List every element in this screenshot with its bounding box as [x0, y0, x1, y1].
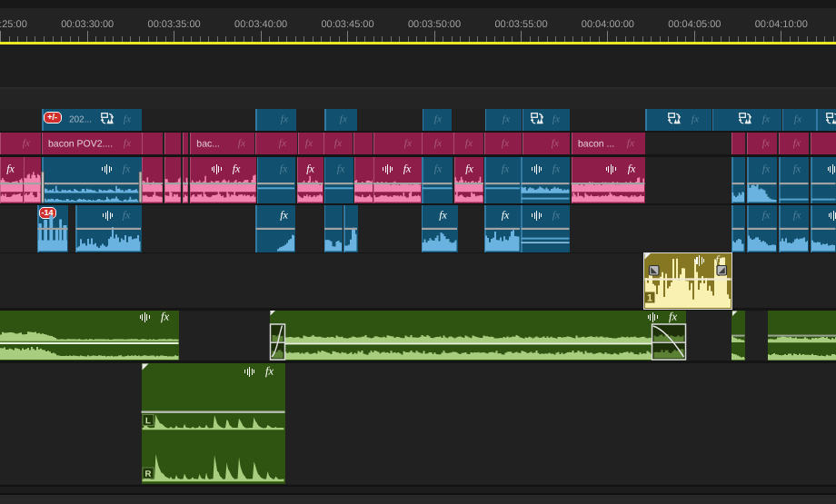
- svg-text:fx: fx: [123, 162, 131, 174]
- svg-text:fx: fx: [23, 138, 31, 149]
- svg-text:fx: fx: [124, 138, 132, 149]
- svg-text:fx: fx: [503, 114, 511, 124]
- svg-text:00:03:40:00: 00:03:40:00: [234, 19, 287, 30]
- svg-text:fx: fx: [762, 162, 771, 174]
- svg-text:fx: fx: [337, 162, 345, 174]
- svg-text:fx: fx: [124, 114, 132, 124]
- svg-text:bacon ...: bacon ...: [578, 139, 614, 150]
- svg-text:00:03:45:00: 00:03:45:00: [321, 19, 373, 30]
- svg-text:00:04:00:00: 00:04:00:00: [582, 19, 634, 30]
- svg-text:fx: fx: [6, 162, 15, 174]
- svg-text:fx: fx: [434, 138, 443, 149]
- svg-text:fx: fx: [404, 138, 413, 149]
- svg-text:fx: fx: [762, 208, 771, 221]
- svg-text:fx: fx: [233, 162, 241, 174]
- svg-text:fx: fx: [306, 162, 314, 174]
- svg-text:fx: fx: [434, 114, 443, 124]
- svg-text:fx: fx: [465, 162, 473, 174]
- svg-text:fx: fx: [279, 138, 287, 149]
- svg-text:fx: fx: [793, 208, 801, 221]
- svg-text:fx: fx: [793, 138, 801, 149]
- svg-text:R: R: [145, 469, 152, 479]
- svg-text:00:03:30:00: 00:03:30:00: [61, 19, 114, 30]
- svg-text:fx: fx: [123, 208, 131, 221]
- svg-text:fx: fx: [502, 162, 510, 174]
- svg-text:fx: fx: [403, 162, 412, 174]
- svg-text:fx: fx: [502, 208, 510, 221]
- svg-text:202...: 202...: [69, 115, 92, 125]
- svg-text:fx: fx: [552, 114, 561, 124]
- svg-text:fx: fx: [334, 138, 343, 149]
- svg-text:fx: fx: [439, 208, 447, 221]
- svg-text:fx: fx: [552, 138, 560, 149]
- svg-text:L: L: [145, 416, 151, 426]
- svg-text:fx: fx: [627, 138, 635, 149]
- svg-text:fx: fx: [280, 162, 288, 174]
- svg-text:fx: fx: [465, 138, 473, 149]
- svg-text:fx: fx: [762, 114, 771, 124]
- svg-text:fx: fx: [281, 114, 289, 124]
- svg-text:fx: fx: [794, 114, 802, 124]
- svg-text:fx: fx: [628, 162, 636, 174]
- svg-text:00:03:50:00: 00:03:50:00: [408, 19, 461, 30]
- svg-text:fx: fx: [793, 162, 801, 174]
- svg-text:fx: fx: [692, 114, 700, 124]
- svg-text:bacon POV2....: bacon POV2....: [48, 139, 113, 150]
- svg-text:fx: fx: [340, 114, 348, 124]
- svg-text:fx: fx: [434, 162, 443, 174]
- svg-text:00:03:55:00: 00:03:55:00: [494, 19, 547, 30]
- svg-text:fx: fx: [762, 138, 771, 149]
- svg-text:fx: fx: [161, 310, 169, 322]
- svg-text:fx: fx: [280, 208, 288, 221]
- svg-text:00:04:10:00: 00:04:10:00: [755, 19, 808, 30]
- svg-text:fx: fx: [238, 138, 246, 149]
- svg-text:00:03:25:00: 00:03:25:00: [0, 19, 27, 30]
- svg-text:00:04:05:00: 00:04:05:00: [668, 19, 721, 30]
- svg-text:fx: fx: [502, 138, 510, 149]
- svg-text:fx: fx: [305, 138, 314, 149]
- svg-text:1: 1: [647, 292, 652, 303]
- svg-text:bac...: bac...: [196, 139, 220, 150]
- svg-text:00:03:35:00: 00:03:35:00: [148, 19, 201, 30]
- svg-text:fx: fx: [552, 162, 561, 174]
- svg-text:fx: fx: [669, 310, 677, 322]
- svg-text:fx: fx: [265, 364, 274, 377]
- svg-text:fx: fx: [552, 208, 561, 221]
- svg-text:fx: fx: [715, 252, 724, 266]
